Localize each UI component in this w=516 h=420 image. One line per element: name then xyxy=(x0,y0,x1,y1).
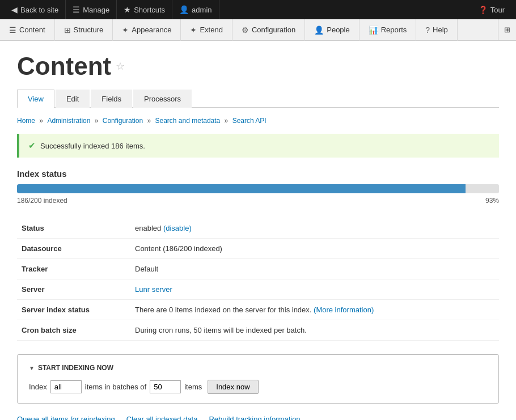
shortcuts-button[interactable]: ★ Shortcuts xyxy=(117,0,172,19)
triangle-icon: ▼ xyxy=(29,365,35,371)
status-value: enabled (disable) xyxy=(130,218,499,239)
admin-bar: ◀ Back to site ☰ Manage ★ Shortcuts 👤 ad… xyxy=(0,0,516,19)
status-label: Status xyxy=(17,218,130,239)
batches-label: items in batches of xyxy=(85,383,146,391)
admin-label: admin xyxy=(192,6,212,14)
help-nav-icon: ? xyxy=(425,26,430,35)
admin-bar-right: ❓ Tour xyxy=(472,0,511,19)
nav-expand-button[interactable]: ⊞ xyxy=(498,19,516,41)
manage-icon: ☰ xyxy=(73,5,80,14)
progress-percent-label: 93% xyxy=(485,197,499,205)
cron-batch-size-value: During cron runs, 50 items will be index… xyxy=(130,320,499,341)
table-row: Status enabled (disable) xyxy=(17,218,499,239)
tab-fields[interactable]: Fields xyxy=(91,90,132,108)
nav-expand-icon: ⊞ xyxy=(504,26,510,34)
nav-help-label: Help xyxy=(433,26,448,34)
breadcrumb-search-api[interactable]: Search API xyxy=(232,117,267,125)
nav-extend[interactable]: ✦ Extend xyxy=(181,19,232,41)
nav-help[interactable]: ? Help xyxy=(416,19,458,41)
admin-user-button[interactable]: 👤 admin xyxy=(172,0,219,19)
nav-content-label: Content xyxy=(19,26,45,34)
user-icon: 👤 xyxy=(179,5,189,14)
server-index-status-value: There are 0 items indexed on the server … xyxy=(130,300,499,320)
configuration-nav-icon: ⚙ xyxy=(242,26,249,35)
index-status-title: Index status xyxy=(17,169,499,179)
server-label: Server xyxy=(17,279,130,300)
breadcrumb-search-metadata[interactable]: Search and metadata xyxy=(155,117,221,125)
progress-labels: 186/200 indexed 93% xyxy=(17,197,499,205)
datasource-label: Datasource xyxy=(17,239,130,259)
tab-processors[interactable]: Processors xyxy=(133,90,192,108)
nav-structure[interactable]: ⊞ Structure xyxy=(55,19,113,41)
clear-indexed-data-link[interactable]: Clear all indexed data xyxy=(126,415,198,420)
indexing-box-title: ▼ START INDEXING NOW xyxy=(29,364,487,372)
help-circle-icon: ❓ xyxy=(479,6,488,14)
back-to-site-label: Back to site xyxy=(20,6,58,14)
admin-bar-left: ◀ Back to site ☰ Manage ★ Shortcuts 👤 ad… xyxy=(5,0,219,19)
tab-edit[interactable]: Edit xyxy=(56,90,90,108)
page-tabs: View Edit Fields Processors xyxy=(17,90,499,108)
main-content: Content ☆ View Edit Fields Processors Ho… xyxy=(0,41,516,420)
disable-link[interactable]: (disable) xyxy=(163,224,192,232)
nav-configuration-label: Configuration xyxy=(252,26,295,34)
extend-nav-icon: ✦ xyxy=(190,26,197,35)
queue-reindex-link[interactable]: Queue all items for reindexing xyxy=(17,415,115,420)
info-table: Status enabled (disable) Datasource Cont… xyxy=(17,218,499,341)
nav-reports[interactable]: 📊 Reports xyxy=(359,19,417,41)
reports-nav-icon: 📊 xyxy=(369,26,378,35)
nav-structure-label: Structure xyxy=(74,26,104,34)
index-now-button[interactable]: Index now xyxy=(208,380,258,394)
progress-bar-fill xyxy=(17,184,466,193)
manage-label: Manage xyxy=(83,6,109,14)
nav-people[interactable]: 👤 People xyxy=(305,19,359,41)
nav-appearance[interactable]: ✦ Appearance xyxy=(113,19,181,41)
breadcrumb-sep-2: » xyxy=(95,117,100,125)
page-title: Content xyxy=(17,52,111,80)
tracker-label: Tracker xyxy=(17,259,130,279)
secondary-nav: ☰ Content ⊞ Structure ✦ Appearance ✦ Ext… xyxy=(0,19,516,41)
table-row: Tracker Default xyxy=(17,259,499,279)
breadcrumb-sep-4: » xyxy=(225,117,230,125)
table-row: Cron batch size During cron runs, 50 ite… xyxy=(17,320,499,341)
footer-links: Queue all items for reindexing Clear all… xyxy=(17,415,499,420)
rebuild-tracking-link[interactable]: Rebuild tracking information xyxy=(209,415,300,420)
items-label: items xyxy=(184,383,202,391)
success-text: Successfully indexed 186 items. xyxy=(40,142,145,150)
more-information-link[interactable]: (More information) xyxy=(314,306,374,314)
cron-batch-size-label: Cron batch size xyxy=(17,320,130,341)
progress-bar-container xyxy=(17,184,499,193)
index-value-input[interactable] xyxy=(50,380,82,393)
indexing-box: ▼ START INDEXING NOW Index items in batc… xyxy=(17,354,499,404)
tab-view[interactable]: View xyxy=(17,90,54,108)
content-nav-icon: ☰ xyxy=(9,26,16,35)
nav-reports-label: Reports xyxy=(381,26,407,34)
lunr-server-link[interactable]: Lunr server xyxy=(135,285,172,294)
table-row: Server Lunr server xyxy=(17,279,499,300)
appearance-nav-icon: ✦ xyxy=(122,26,129,35)
star-shortcuts-icon: ★ xyxy=(124,5,131,14)
breadcrumb-home[interactable]: Home xyxy=(17,117,35,125)
nav-configuration[interactable]: ⚙ Configuration xyxy=(232,19,305,41)
tracker-value: Default xyxy=(130,259,499,279)
nav-people-label: People xyxy=(327,26,349,34)
back-arrow-icon: ◀ xyxy=(11,5,18,14)
datasource-value: Content (186/200 indexed) xyxy=(130,239,499,259)
table-row: Server index status There are 0 items in… xyxy=(17,300,499,320)
breadcrumb-configuration[interactable]: Configuration xyxy=(103,117,143,125)
batch-size-input[interactable] xyxy=(150,380,181,393)
index-label: Index xyxy=(29,383,47,391)
breadcrumb-administration[interactable]: Administration xyxy=(47,117,90,125)
breadcrumb-sep-3: » xyxy=(147,117,153,125)
indexing-title-text: START INDEXING NOW xyxy=(38,364,113,372)
nav-content[interactable]: ☰ Content xyxy=(0,19,55,41)
tour-label: Tour xyxy=(490,6,505,14)
server-value: Lunr server xyxy=(130,279,499,300)
manage-button[interactable]: ☰ Manage xyxy=(66,0,117,19)
check-icon: ✔ xyxy=(28,141,36,151)
success-message: ✔ Successfully indexed 186 items. xyxy=(17,134,499,158)
shortcuts-label: Shortcuts xyxy=(134,6,165,14)
tour-button[interactable]: ❓ Tour xyxy=(472,0,511,19)
indexing-form: Index items in batches of items Index no… xyxy=(29,380,487,394)
favorite-star-icon[interactable]: ☆ xyxy=(116,60,125,73)
back-to-site-button[interactable]: ◀ Back to site xyxy=(5,0,66,19)
